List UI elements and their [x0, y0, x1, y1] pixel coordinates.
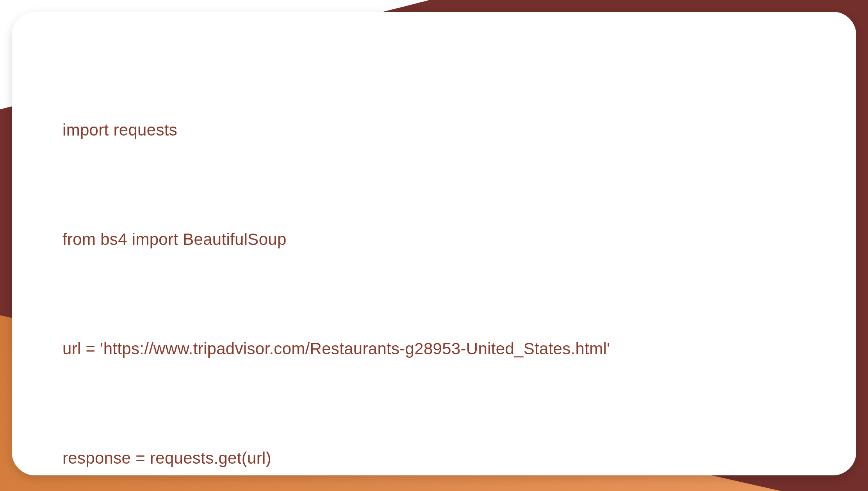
code-line-4: response = requests.get(url) — [62, 440, 806, 476]
code-line-3: url = 'https://www.tripadvisor.com/Resta… — [62, 330, 806, 367]
code-block: import requests from bs4 import Beautifu… — [62, 39, 806, 491]
code-line-1: import requests — [62, 112, 806, 148]
code-line-2: from bs4 import BeautifulSoup — [62, 221, 806, 257]
code-card: import requests from bs4 import Beautifu… — [12, 12, 856, 475]
